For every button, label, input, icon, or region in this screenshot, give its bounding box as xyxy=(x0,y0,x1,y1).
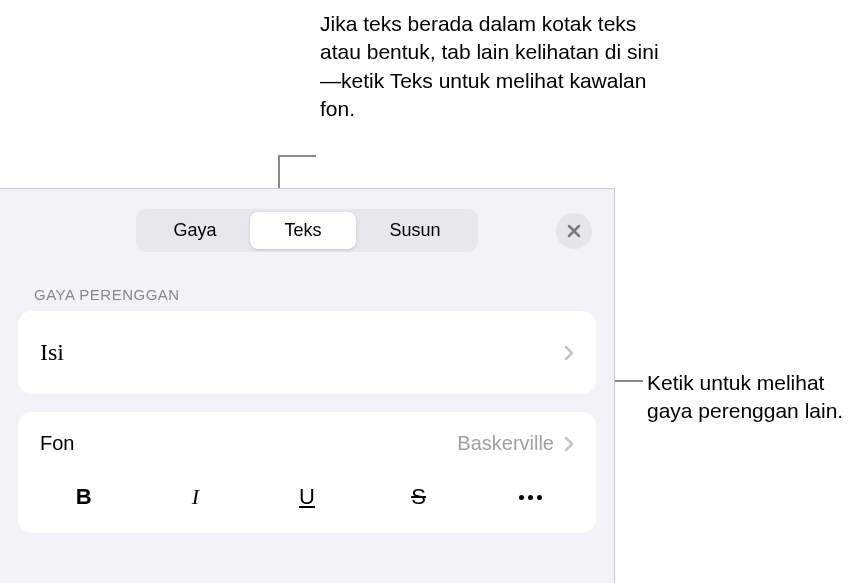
callout-tabs: Jika teks berada dalam kotak teks atau b… xyxy=(320,10,660,123)
tab-susun[interactable]: Susun xyxy=(356,212,475,249)
font-value-wrap: Baskerville xyxy=(457,432,574,455)
more-icon xyxy=(519,495,542,500)
paragraph-style-card: Isi xyxy=(18,311,596,394)
paragraph-style-name: Isi xyxy=(40,339,64,366)
section-header-paragraph-style: GAYA PERENGGAN xyxy=(0,272,614,311)
paragraph-style-row[interactable]: Isi xyxy=(18,311,596,394)
close-button[interactable] xyxy=(556,213,592,249)
tab-gaya[interactable]: Gaya xyxy=(139,212,250,249)
close-icon xyxy=(566,223,582,239)
chevron-right-icon xyxy=(564,436,574,452)
strikethrough-button[interactable]: S xyxy=(374,477,464,517)
more-options-button[interactable] xyxy=(485,477,575,517)
panel-header: Gaya Teks Susun xyxy=(0,189,614,272)
format-panel: Gaya Teks Susun GAYA PERENGGAN Isi Fon B… xyxy=(0,188,615,583)
font-row[interactable]: Fon Baskerville xyxy=(18,412,596,469)
font-label: Fon xyxy=(40,432,74,455)
underline-button[interactable]: U xyxy=(262,477,352,517)
italic-button[interactable]: I xyxy=(150,477,240,517)
callout-paragraph-style: Ketik untuk melihat gaya perenggan lain. xyxy=(647,369,857,426)
font-card: Fon Baskerville B I U S xyxy=(18,412,596,533)
bold-button[interactable]: B xyxy=(39,477,129,517)
tab-segmented-control: Gaya Teks Susun xyxy=(136,209,477,252)
chevron-right-icon xyxy=(564,345,574,361)
font-value: Baskerville xyxy=(457,432,554,455)
tab-teks[interactable]: Teks xyxy=(250,212,355,249)
format-buttons-row: B I U S xyxy=(18,469,596,533)
